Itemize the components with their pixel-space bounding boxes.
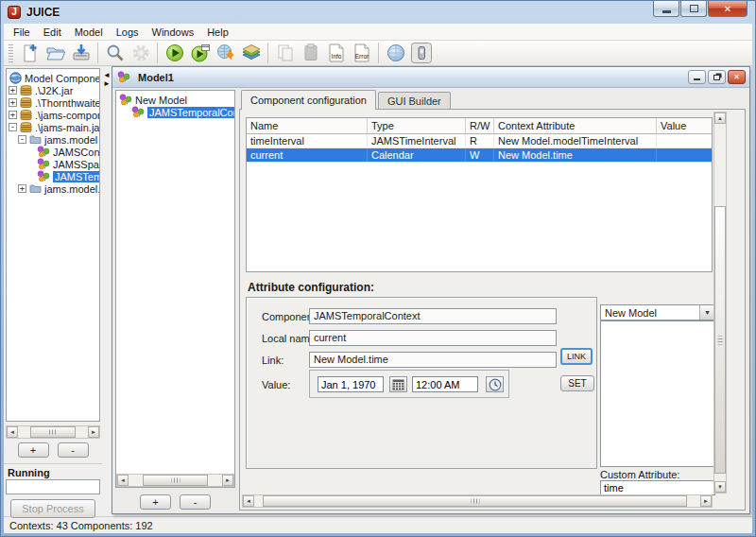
link-button[interactable]: LINK (560, 348, 593, 365)
toolbar-grip[interactable] (9, 43, 13, 62)
add-library-button[interactable]: + (18, 442, 49, 458)
column-header-type[interactable]: Type (368, 118, 466, 133)
config-hscrollbar[interactable]: ◄ ► (242, 494, 713, 508)
panel-divider (4, 463, 102, 464)
tree-item-model-components[interactable]: Model Components (7, 72, 99, 84)
link-field[interactable]: New Model.time (309, 352, 557, 368)
menu-help[interactable]: Help (200, 25, 235, 40)
new-model-button[interactable] (17, 42, 43, 65)
open-model-button[interactable] (43, 42, 68, 65)
calendar-picker-button[interactable] (389, 376, 407, 392)
tree-item-component-selected[interactable]: JAMSTem (7, 170, 99, 182)
frame-close-button[interactable]: ✕ (728, 70, 746, 84)
frame-minimize-button[interactable] (688, 70, 706, 84)
tree-item-jar[interactable]: + .\J2K.jar (7, 84, 99, 96)
copy-button[interactable] (272, 42, 298, 65)
expand-toggle-icon[interactable]: - (18, 135, 26, 144)
column-header-context-attribute[interactable]: Context Attribute (494, 118, 657, 133)
scrollbar-thumb[interactable] (143, 475, 208, 486)
menu-file[interactable]: File (7, 25, 37, 40)
stop-process-button[interactable]: Stop Process (10, 499, 95, 518)
cell-name: timeInterval (247, 134, 368, 147)
minimize-button[interactable] (653, 1, 679, 17)
error-log-button[interactable]: Error (349, 42, 374, 65)
model-tree-hscrollbar[interactable]: ◄ ► (116, 474, 234, 487)
component-field[interactable]: JAMSTemporalContext (309, 308, 557, 324)
table-row-selected[interactable]: current Calendar W New Model.time (247, 148, 712, 163)
collapse-left-icon[interactable]: ◄ (103, 71, 111, 79)
scroll-right-icon[interactable]: ► (222, 475, 233, 486)
tree-item-jar[interactable]: + .\Thornthwaite.ja (7, 96, 99, 109)
column-header-name[interactable]: Name (247, 118, 368, 133)
folder-icon (29, 183, 42, 194)
tree-item-component[interactable]: JAMSSpa (7, 158, 99, 170)
date-input[interactable] (318, 376, 384, 392)
scroll-left-icon[interactable]: ◄ (7, 426, 18, 438)
time-input[interactable] (412, 376, 478, 392)
tree-item-jar[interactable]: - .\jams-main.jar (7, 121, 99, 133)
set-button[interactable]: SET (560, 375, 594, 391)
scrollbar-thumb[interactable] (30, 426, 75, 438)
component-balloons-icon (37, 170, 50, 182)
upload-model-button[interactable] (213, 42, 238, 65)
scroll-left-icon[interactable]: ◄ (243, 495, 254, 507)
config-vscrollbar[interactable]: ▲ ▼ (713, 112, 727, 494)
expand-toggle-icon[interactable]: + (9, 98, 17, 107)
component-tree-hscrollbar[interactable]: ◄ ► (6, 425, 100, 439)
custom-attribute-input[interactable] (600, 480, 715, 495)
remove-library-button[interactable]: - (58, 442, 89, 458)
menu-edit[interactable]: Edit (37, 25, 68, 40)
browser-button[interactable] (383, 42, 408, 65)
expand-toggle-icon[interactable]: + (18, 184, 26, 193)
scroll-left-icon[interactable]: ◄ (117, 475, 129, 486)
paste-button[interactable] (298, 42, 323, 65)
scrollbar-thumb[interactable] (714, 206, 726, 475)
tree-item-new-model[interactable]: New Model (116, 94, 234, 106)
window-titlebar[interactable]: J JUICE (1, 1, 755, 24)
tree-item-jar[interactable]: + .\jams-componen (7, 109, 99, 121)
tree-item-component[interactable]: JAMSCon (7, 146, 99, 158)
scrollbar-thumb[interactable] (263, 495, 686, 507)
menu-windows[interactable]: Windows (146, 25, 201, 40)
split-pane-divider[interactable]: ◄ ► (102, 66, 112, 516)
remove-component-button[interactable]: - (180, 494, 211, 510)
column-header-rw[interactable]: R/W (466, 118, 494, 133)
map-layers-button[interactable] (238, 42, 264, 65)
expand-toggle-icon[interactable]: + (9, 111, 17, 119)
tab-component-configuration[interactable]: Component configuration (241, 90, 376, 110)
clock-picker-button[interactable] (486, 376, 504, 392)
tree-item-package[interactable]: + jams.model.c (7, 182, 99, 195)
run-model-button[interactable] (162, 42, 187, 65)
scroll-up-icon[interactable]: ▲ (714, 113, 726, 124)
expand-toggle-icon[interactable]: - (9, 123, 17, 131)
menu-model[interactable]: Model (68, 25, 110, 40)
calendar-icon (392, 379, 404, 390)
settings-button[interactable] (128, 42, 153, 65)
local-name-field[interactable]: current (309, 330, 557, 346)
close-button[interactable]: ✕ (708, 1, 747, 17)
info-log-button[interactable]: Info (323, 42, 349, 65)
tree-item-temporal-context[interactable]: JAMSTemporalContext (116, 106, 234, 118)
collapse-right-icon[interactable]: ► (103, 79, 111, 88)
chevron-down-icon[interactable]: ▼ (699, 305, 714, 320)
tree-item-package[interactable]: - jams.model (7, 133, 99, 146)
model-frame-titlebar[interactable]: Model1 (112, 67, 749, 88)
column-header-value[interactable]: Value (657, 118, 713, 133)
scroll-right-icon[interactable]: ► (88, 426, 99, 438)
menu-logs[interactable]: Logs (110, 25, 146, 40)
add-component-button[interactable]: + (140, 494, 171, 510)
context-combobox[interactable]: New Model ▼ (600, 304, 715, 320)
tab-gui-builder[interactable]: GUI Builder (378, 92, 451, 109)
running-processes-list[interactable] (6, 479, 100, 494)
search-component-button[interactable] (102, 42, 128, 65)
context-attribute-list[interactable] (600, 320, 715, 467)
frame-restore-button[interactable] (708, 70, 726, 84)
expand-toggle-icon[interactable]: + (9, 86, 17, 95)
scroll-right-icon[interactable]: ► (700, 495, 712, 507)
table-row[interactable]: timeInterval JAMSTimeInterval R New Mode… (247, 134, 712, 148)
scroll-down-icon[interactable]: ▼ (714, 481, 726, 493)
maximize-button[interactable] (680, 1, 707, 17)
exit-button[interactable] (408, 42, 434, 65)
run-model-gui-button[interactable] (187, 42, 213, 65)
save-model-button[interactable] (68, 42, 94, 65)
